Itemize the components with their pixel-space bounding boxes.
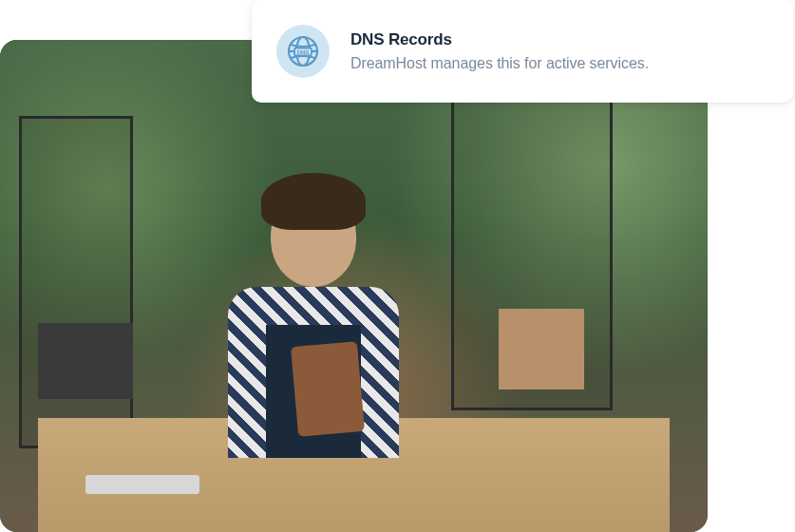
photo-person-head	[271, 192, 356, 287]
hero-photo	[0, 40, 708, 532]
photo-laptop	[85, 475, 199, 494]
photo-person-hair	[261, 173, 366, 230]
card-description: DreamHost manages this for active servic…	[350, 55, 649, 72]
card-title: DNS Records	[350, 30, 649, 49]
photo-storage-box	[38, 323, 133, 399]
photo-cardboard-box	[499, 309, 584, 390]
dns-globe-icon: DNS	[286, 34, 320, 68]
dns-records-card: DNS DNS Records DreamHost manages this f…	[252, 0, 793, 103]
card-text-group: DNS Records DreamHost manages this for a…	[350, 30, 649, 72]
photo-tablet	[291, 341, 365, 437]
dns-icon-badge: DNS	[276, 25, 330, 78]
svg-text:DNS: DNS	[297, 49, 310, 55]
